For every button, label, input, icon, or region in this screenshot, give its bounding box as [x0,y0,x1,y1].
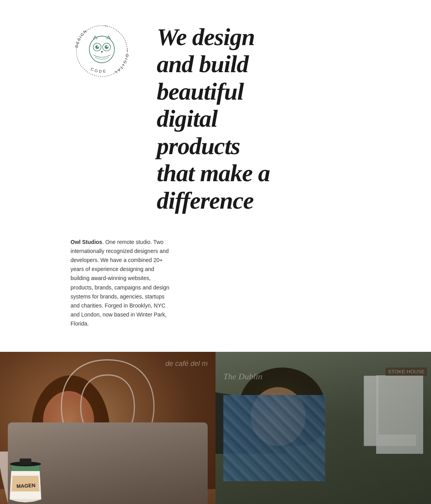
about-paragraph: Owl Studios. One remote studio. Two inte… [71,238,172,328]
logo-svg: DIGITAL DESIGN CODE — — [71,20,133,88]
svg-text:—: — [125,48,130,52]
logo-container: DIGITAL DESIGN CODE — — [71,20,133,90]
hero-headline: We design and build beautiful digital pr… [157,24,407,214]
svg-text:—: — [103,23,108,28]
hero-text: We design and build beautiful digital pr… [157,16,407,214]
svg-text:DESIGN: DESIGN [74,29,88,48]
photo-right: The Dublin STOKE HOUSE L [216,352,431,504]
photos-section: de café del m MAGEN O W [0,352,431,504]
photo-right-overlay [216,352,431,504]
svg-text:CODE: CODE [90,67,108,74]
svg-text:MAGEN: MAGEN [16,482,36,489]
svg-point-6 [89,36,114,63]
svg-point-10 [105,45,109,49]
svg-point-9 [95,45,99,49]
svg-point-12 [107,45,108,47]
header-section: DIGITAL DESIGN CODE — — [0,0,431,230]
about-description: . One remote studio. Two internationally… [71,239,169,327]
svg-point-11 [97,45,99,47]
coffee-cup: MAGEN [8,456,43,504]
photo-left: de café del m MAGEN O W [0,352,216,504]
about-section: Owl Studios. One remote studio. Two inte… [0,230,196,352]
svg-text:DIGITAL: DIGITAL [113,54,129,75]
brand-name: Owl Studios [71,239,102,245]
svg-rect-16 [20,459,31,465]
